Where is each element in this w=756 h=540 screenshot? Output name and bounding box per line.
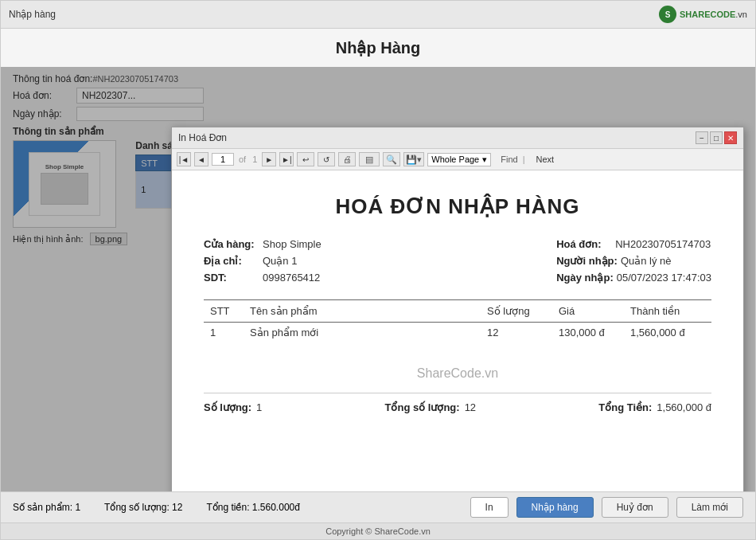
bottom-bar: Số sản phẩm: 1 Tổng số lượng: 12 Tổng ti… [1,491,755,522]
inv-row-ten: Sản phẩm mới [244,323,481,343]
tong-tien-label: Tổng tiền: [206,502,249,513]
tong-so-luong-value: 12 [172,502,182,513]
print-dialog: In Hoá Đơn − □ ✕ |◄ ◄ 1 of 1 ► ►| [171,127,744,491]
minimize-button[interactable]: − [696,131,708,144]
nav-refresh-button[interactable]: ↺ [318,152,335,166]
inv-row-gia: 130,000 đ [552,323,624,343]
footer-so-luong-label: Số lượng: [204,401,251,413]
invoice-header-right: Hoá đơn: NH20230705174703 Người nhập: Qu… [556,238,711,284]
page-number-input[interactable]: 1 [212,153,234,166]
invoice-table-row: 1 Sản phẩm mới 12 130,000 đ 1,560,000 đ [204,323,711,343]
print-dialog-overlay: In Hoá Đơn − □ ✕ |◄ ◄ 1 of 1 ► ►| [1,67,755,491]
inv-row-stt: 1 [204,323,244,343]
inv-no-label: Hoá đơn: [556,238,612,250]
nav-first-button[interactable]: |◄ [177,152,191,166]
address-label: Địa chỉ: [204,255,259,267]
new-button[interactable]: Làm mới [676,497,743,518]
footer-tong-sl-value: 12 [465,401,476,413]
nguoi-nhap-row: Người nhập: Quản lý nè [556,255,711,267]
store-row: Cửa hàng: Shop Simple [204,238,321,250]
zoom-arrow: ▾ [482,155,487,165]
ngay-nhap-inv-value: 05/07/2023 17:47:03 [617,272,711,284]
footer-tong-sl: Tổng số lượng: 12 [385,401,477,413]
logo-text: SHARECODE.vn [680,10,747,19]
inv-no-value: NH20230705174703 [615,238,711,250]
print-toolbar: |◄ ◄ 1 of 1 ► ►| ↩ ↺ 🖨 ▤ 🔍 💾▾ Whole Page… [172,149,743,170]
invoice-footer: Số lượng: 1 Tổng số lượng: 12 Tổng Tiền:… [204,393,711,413]
inv-no-row: Hoá đơn: NH20230705174703 [556,238,711,250]
print-button[interactable]: In [470,497,509,518]
main-window: Nhập hàng S SHARECODE.vn Nhập Hàng Thông… [0,0,756,540]
page-title: Nhập Hàng [1,29,755,67]
inv-col-sl: Số lượng [481,300,552,323]
bottom-stats: Số sản phẩm: 1 Tổng số lượng: 12 Tổng ti… [13,502,300,513]
nguoi-nhap-value: Quản lý nè [621,255,672,267]
layout-icon-button[interactable]: ▤ [359,152,380,166]
invoice-header: Cửa hàng: Shop Simple Địa chỉ: Quận 1 SD… [204,238,711,284]
address-row: Địa chỉ: Quận 1 [204,255,321,267]
tong-so-luong-label: Tổng số lượng: [104,502,170,513]
nav-last-button[interactable]: ►| [279,152,294,166]
bottom-actions: In Nhập hàng Huỷ đơn Làm mới [470,497,743,518]
footer-so-luong: Số lượng: 1 [204,401,262,413]
phone-row: SDT: 0998765412 [204,272,321,284]
tong-so-luong: Tổng số lượng: 12 [104,502,182,513]
so-san-pham-label: Số sản phẩm: [13,502,72,513]
close-button[interactable]: ✕ [724,131,737,144]
logo-brand: SHARECODE [680,10,735,19]
print-titlebar: In Hoá Đơn − □ ✕ [172,127,743,149]
zoom-select[interactable]: Whole Page ▾ [427,153,491,166]
print-content: HOÁ ĐƠN NHẬP HÀNG Cửa hàng: Shop Simple … [172,170,743,491]
nav-back-button[interactable]: ↩ [297,152,314,166]
save-icon-button[interactable]: 💾▾ [403,152,424,166]
import-button[interactable]: Nhập hàng [516,497,594,518]
inv-col-stt: STT [204,300,244,323]
zoom-label: Whole Page [431,155,479,164]
store-label: Cửa hàng: [204,238,259,250]
main-content: Thông tin hoá đơn: #NH20230705174703 Hoá… [1,67,755,491]
cancel-button[interactable]: Huỷ đơn [602,497,668,518]
footer-tong-tien: Tổng Tiền: 1,560,000 đ [598,401,711,413]
footer-tong-tien-value: 1,560,000 đ [657,401,711,413]
ngay-nhap-inv-label: Ngày nhập: [556,272,614,284]
invoice-header-left: Cửa hàng: Shop Simple Địa chỉ: Quận 1 SD… [204,238,321,284]
search-icon-button[interactable]: 🔍 [383,152,400,166]
footer-tong-tien-label: Tổng Tiền: [598,401,652,413]
tong-tien-value: 1.560.000đ [252,502,300,513]
main-titlebar: Nhập hàng S SHARECODE.vn [1,1,755,29]
print-dialog-title: In Hoá Đơn [178,132,227,143]
ngay-nhap-inv-row: Ngày nhập: 05/07/2023 17:47:03 [556,272,711,284]
maximize-button[interactable]: □ [710,131,723,144]
phone-label: SDT: [204,272,259,284]
inv-row-sl: 12 [481,323,552,343]
invoice-table: STT Tên sản phẩm Số lượng Giá Thành tiền… [204,299,711,342]
next-label[interactable]: Next [536,155,555,164]
page-total: 1 [251,155,259,164]
invoice-table-header: STT Tên sản phẩm Số lượng Giá Thành tiền [204,300,711,323]
inv-col-ten: Tên sản phẩm [244,300,481,323]
copyright-text: Copyright © ShareCode.vn [325,526,431,536]
nav-prev-button[interactable]: ◄ [194,152,208,166]
logo-icon: S [659,6,676,23]
find-label: Find [501,155,517,164]
footer-so-luong-value: 1 [256,401,262,413]
so-san-pham-value: 1 [75,502,80,513]
footer-tong-sl-label: Tổng số lượng: [385,401,460,413]
inv-col-tt: Thành tiền [624,300,711,323]
print-titlebar-controls: − □ ✕ [696,131,737,144]
tong-tien: Tổng tiền: 1.560.000đ [206,502,299,513]
sharecode-logo: S SHARECODE.vn [659,6,747,23]
so-san-pham: Số sản phẩm: 1 [13,502,80,513]
nav-next-button[interactable]: ► [262,152,276,166]
invoice-watermark: ShareCode.vn [204,366,711,381]
nguoi-nhap-label: Người nhập: [556,255,618,267]
inv-col-gia: Giá [552,300,624,323]
print-icon-button[interactable]: 🖨 [338,152,356,166]
invoice-main-title: HOÁ ĐƠN NHẬP HÀNG [204,194,711,219]
app-title: Nhập hàng [9,9,56,20]
page-of-label: of [237,155,247,164]
store-value: Shop Simple [263,238,321,250]
address-value: Quận 1 [263,255,297,267]
phone-value: 0998765412 [263,272,320,284]
inv-row-tt: 1,560,000 đ [624,323,711,343]
